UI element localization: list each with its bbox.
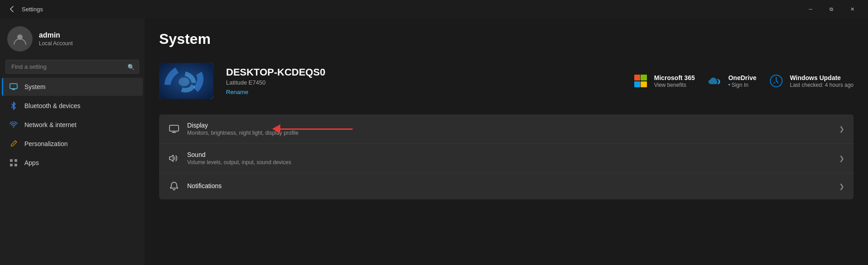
device-name: DESKTOP-KCDEQS0 (226, 66, 326, 78)
display-text: Display Monitors, brightness, night ligh… (187, 122, 832, 136)
onedrive-info: OneDrive •Sign In (728, 74, 756, 88)
display-title: Display (187, 122, 832, 129)
ms365-info: Microsoft 365 View benefits (654, 74, 695, 88)
svg-point-10 (179, 77, 189, 86)
device-image (159, 63, 213, 99)
onedrive-title: OneDrive (728, 74, 756, 81)
quick-links: Microsoft 365 View benefits OneDrive (632, 72, 854, 90)
apps-icon (9, 158, 18, 167)
bluetooth-icon (9, 101, 18, 110)
sidebar: admin Local Account 🔍 System (0, 18, 145, 265)
sound-icon (168, 152, 180, 164)
system-icon (9, 82, 18, 91)
sound-text: Sound Volume levels, output, input, soun… (187, 151, 832, 166)
svg-rect-5 (10, 164, 13, 166)
sidebar-item-bluetooth[interactable]: Bluetooth & devices (2, 97, 143, 115)
settings-row-sound[interactable]: Sound Volume levels, output, input, soun… (159, 144, 854, 173)
display-chevron: ❯ (839, 125, 844, 132)
notifications-title: Notifications (187, 182, 832, 189)
settings-row-notifications[interactable]: Notifications ❯ (159, 173, 854, 199)
winupdate-title: Windows Update (790, 74, 854, 81)
ms365-title: Microsoft 365 (654, 74, 695, 81)
user-profile[interactable]: admin Local Account (0, 18, 145, 60)
sound-sub: Volume levels, output, input, sound devi… (187, 159, 832, 166)
settings-row-display[interactable]: Display Monitors, brightness, night ligh… (159, 114, 854, 144)
svg-rect-4 (14, 159, 17, 162)
sidebar-item-bluetooth-label: Bluetooth & devices (24, 102, 80, 109)
back-button[interactable] (5, 3, 18, 15)
search-icon: 🔍 (127, 63, 135, 70)
svg-rect-12 (170, 125, 179, 131)
page-title: System (159, 31, 854, 47)
search-box: 🔍 (5, 60, 139, 74)
user-account-type: Local Account (39, 40, 73, 47)
device-info: DESKTOP-KCDEQS0 Latitude E7450 Rename (226, 66, 326, 96)
sidebar-item-network-label: Network & internet (24, 121, 76, 128)
svg-point-2 (13, 127, 14, 128)
sound-title: Sound (187, 151, 832, 158)
winupdate-sub: Last checked: 4 hours ago (790, 82, 854, 88)
window-controls: ─ ⧉ ✕ (800, 0, 863, 18)
network-icon (9, 120, 18, 129)
quick-link-onedrive[interactable]: OneDrive •Sign In (706, 72, 756, 90)
ms365-icon (632, 72, 650, 90)
ms365-sub: View benefits (654, 82, 695, 88)
device-card: DESKTOP-KCDEQS0 Latitude E7450 Rename (159, 57, 854, 104)
onedrive-dot: • (728, 82, 730, 88)
minimize-button[interactable]: ─ (800, 0, 821, 18)
user-name: admin (39, 31, 73, 39)
svg-rect-3 (10, 159, 13, 162)
notifications-chevron: ❯ (839, 183, 844, 190)
notifications-icon (168, 180, 180, 192)
winupdate-info: Windows Update Last checked: 4 hours ago (790, 74, 854, 88)
content-area: System (145, 18, 868, 265)
main-layout: admin Local Account 🔍 System (0, 18, 868, 265)
sidebar-item-network[interactable]: Network & internet (2, 116, 143, 134)
onedrive-icon (706, 72, 724, 90)
sidebar-item-personalization-label: Personalization (24, 140, 68, 147)
winupdate-icon (767, 72, 785, 90)
onedrive-sub: •Sign In (728, 82, 756, 88)
titlebar-title: Settings (22, 6, 800, 13)
svg-rect-6 (14, 164, 17, 166)
sidebar-item-apps[interactable]: Apps (2, 154, 143, 172)
close-button[interactable]: ✕ (842, 0, 863, 18)
device-model: Latitude E7450 (226, 79, 326, 86)
sidebar-item-apps-label: Apps (24, 159, 39, 166)
sidebar-item-system-label: System (24, 83, 46, 90)
sidebar-item-personalization[interactable]: Personalization (2, 135, 143, 153)
search-input[interactable] (5, 60, 139, 74)
avatar (7, 26, 33, 52)
sound-chevron: ❯ (839, 155, 844, 162)
quick-link-winupdate[interactable]: Windows Update Last checked: 4 hours ago (767, 72, 854, 90)
titlebar: Settings ─ ⧉ ✕ (0, 0, 868, 18)
maximize-button[interactable]: ⧉ (821, 0, 842, 18)
settings-section: Display Monitors, brightness, night ligh… (159, 114, 854, 199)
user-info: admin Local Account (39, 31, 73, 47)
display-sub: Monitors, brightness, night light, displ… (187, 130, 832, 136)
svg-rect-1 (10, 84, 17, 89)
sidebar-item-system[interactable]: System (2, 78, 143, 96)
display-icon (168, 123, 180, 135)
device-rename-link[interactable]: Rename (226, 89, 248, 95)
personalization-icon (9, 139, 18, 148)
quick-link-ms365[interactable]: Microsoft 365 View benefits (632, 72, 695, 90)
notifications-text: Notifications (187, 182, 832, 190)
